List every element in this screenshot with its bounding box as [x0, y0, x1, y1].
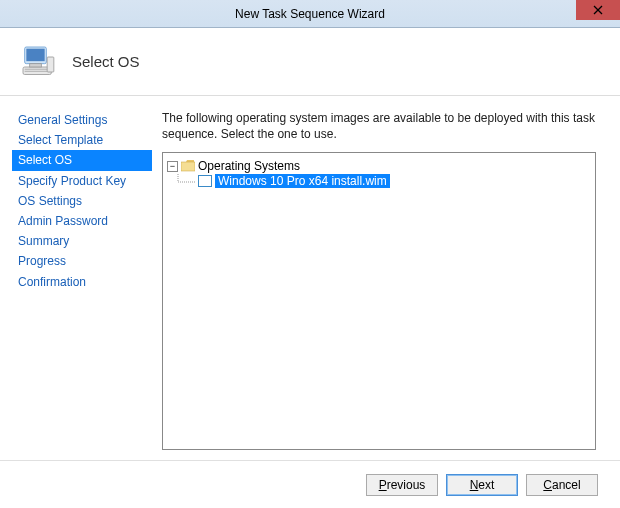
cancel-button[interactable]: Cancel — [526, 474, 598, 496]
os-tree[interactable]: − Operating Systems Windows 10 Pro x64 i… — [162, 152, 596, 450]
tree-item-label: Windows 10 Pro x64 install.wim — [215, 174, 390, 188]
window-title: New Task Sequence Wizard — [235, 7, 385, 21]
sidebar-item-os-settings[interactable]: OS Settings — [12, 191, 152, 211]
sidebar-item-admin-password[interactable]: Admin Password — [12, 211, 152, 231]
wizard-header: Select OS — [0, 28, 620, 96]
sidebar-item-select-os[interactable]: Select OS — [12, 150, 152, 170]
sidebar-item-summary[interactable]: Summary — [12, 231, 152, 251]
close-icon — [593, 5, 603, 15]
tree-root-operating-systems[interactable]: − Operating Systems — [167, 159, 591, 173]
instruction-text: The following operating system images ar… — [162, 110, 596, 142]
wizard-footer: Previous Next Cancel — [0, 460, 620, 508]
sidebar-item-confirmation[interactable]: Confirmation — [12, 272, 152, 292]
tree-connector-icon — [173, 174, 195, 188]
sidebar-item-general-settings[interactable]: General Settings — [12, 110, 152, 130]
svg-rect-6 — [25, 70, 50, 71]
os-image-icon — [198, 175, 212, 187]
svg-rect-8 — [47, 57, 54, 72]
titlebar: New Task Sequence Wizard — [0, 0, 620, 28]
svg-rect-3 — [26, 48, 44, 60]
next-button[interactable]: Next — [446, 474, 518, 496]
svg-rect-5 — [25, 68, 50, 69]
sidebar-item-specify-product-key[interactable]: Specify Product Key — [12, 171, 152, 191]
sidebar-item-select-template[interactable]: Select Template — [12, 130, 152, 150]
sidebar-item-progress[interactable]: Progress — [12, 251, 152, 271]
tree-expander-icon[interactable]: − — [167, 161, 178, 172]
page-title: Select OS — [72, 53, 140, 70]
main-panel: The following operating system images ar… — [152, 96, 620, 460]
tree-root-label: Operating Systems — [198, 159, 300, 173]
wizard-sidebar: General Settings Select Template Select … — [0, 96, 152, 460]
svg-rect-7 — [30, 63, 42, 66]
content-area: General Settings Select Template Select … — [0, 96, 620, 460]
computer-icon — [18, 42, 58, 82]
tree-item-windows10[interactable]: Windows 10 Pro x64 install.wim — [173, 174, 591, 188]
previous-button[interactable]: Previous — [366, 474, 438, 496]
close-button[interactable] — [576, 0, 620, 20]
folder-icon — [181, 160, 195, 172]
svg-rect-9 — [181, 162, 195, 171]
